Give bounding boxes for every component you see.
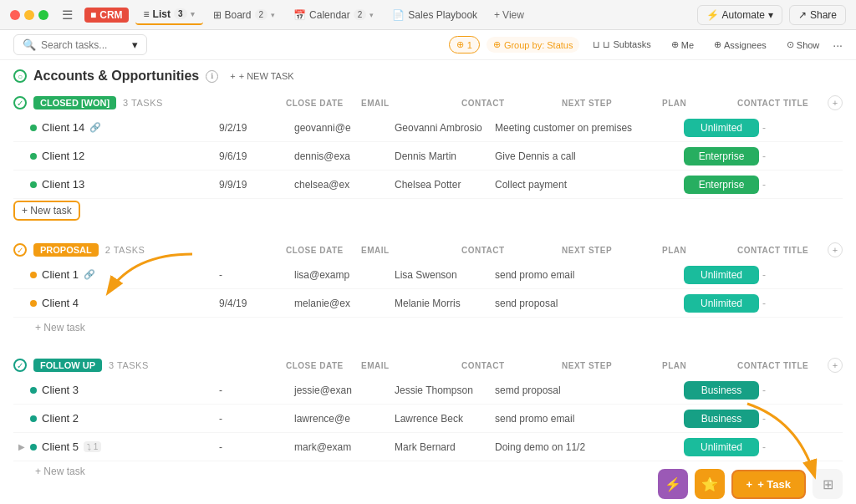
filter-chip[interactable]: ⊕ 1 [449,36,480,53]
link-icon[interactable]: 🔗 [89,122,101,133]
task-row[interactable]: Client 14🔗9/2/19geovanni@eGeovanni Ambro… [13,114,843,142]
section-toggle-icon[interactable]: ✓ [13,359,27,372]
task-status-dot [30,153,37,160]
purple-action-button[interactable]: ⚡ [658,469,688,499]
share-button[interactable]: ↗ Share [789,5,846,25]
link-icon[interactable]: 🔗 [84,269,95,280]
tab-sales-playbook-label: Sales Playbook [408,9,477,21]
plan-badge[interactable]: Unlimited [684,119,759,137]
subtasks-label: ⊔ Subtasks [603,39,650,50]
subtasks-button[interactable]: ⊔ ⊔ Subtasks [586,37,657,53]
status-badge[interactable]: FOLLOW UP [33,359,102,372]
column-header: CLOSE DATE [286,361,361,370]
task-cell: jessie@exan [291,384,391,396]
contact-title-cell: - [759,269,843,281]
task-cell: geovanni@e [291,122,391,134]
column-header: CONTACT [461,361,562,370]
task-cell: chelsea@ex [291,179,391,191]
plan-badge[interactable]: Unlimited [684,266,759,284]
plan-badge[interactable]: Enterprise [684,147,759,165]
task-cell: - [216,269,291,281]
group-by-chip[interactable]: ⊕ Group by: Status [487,37,580,53]
subtasks-icon: ⊔ [593,39,600,50]
new-task-header-button[interactable]: + + NEW TASK [225,69,298,83]
task-row[interactable]: ▶Client 5⤵ 1-mark@examMark BernardDoing … [13,433,843,461]
column-header: NEXT STEP [562,246,662,255]
add-column-button[interactable]: + [828,95,843,110]
add-column-button[interactable]: + [828,242,843,257]
column-header: CONTACT TITLE [737,246,821,255]
task-cell: Lisa Swenson [391,269,492,281]
maximize-button[interactable] [38,10,48,20]
close-button[interactable] [10,10,20,20]
grid-view-button[interactable]: ⊞ [813,469,843,499]
plan-badge[interactable]: Enterprise [684,176,759,194]
column-header: CONTACT TITLE [737,99,821,108]
expand-icon[interactable]: ▶ [13,442,30,451]
contact-title-cell: - [759,298,843,309]
crm-label: CRM [99,9,122,21]
task-cell: Melanie Morris [391,298,492,309]
me-button[interactable]: ⊕ Me [665,37,701,53]
task-row[interactable]: Client 49/4/19melanie@exMelanie Morrisse… [13,289,843,318]
chevron-down-icon: ▾ [271,11,275,19]
tab-list-label: List [153,8,171,20]
plan-badge[interactable]: Business [684,410,759,428]
column-header: NEXT STEP [562,99,662,108]
info-icon[interactable]: ℹ [206,70,218,83]
minimize-button[interactable] [24,10,34,20]
plan-badge[interactable]: Unlimited [684,294,759,313]
section-toggle-icon[interactable]: ✓ [13,96,27,109]
new-task-row[interactable]: + New task [13,318,843,338]
add-task-fab[interactable]: + + Task [731,470,806,499]
filter-icon: ⊕ [456,39,464,50]
status-badge[interactable]: CLOSED [WON] [33,96,116,109]
task-cell: send promo email [492,269,684,281]
toolbar: 🔍 ▾ ⊕ 1 ⊕ Group by: Status ⊔ ⊔ Subtasks … [0,30,856,60]
plan-badge[interactable]: Unlimited [684,438,759,456]
plan-badge[interactable]: Business [684,381,759,400]
document-icon: 📄 [392,9,405,21]
tab-calendar-badge: 2 [354,9,367,20]
tab-sales-playbook[interactable]: 📄 Sales Playbook [384,6,486,24]
task-name: Client 14 [42,121,84,134]
section-toggle-icon[interactable]: ✓ [13,243,27,257]
contact-title-cell: - [759,384,843,396]
more-options-button[interactable]: ··· [833,38,843,52]
task-row[interactable]: Client 3-jessie@exanJessie Thompsonsemd … [13,376,843,405]
chevron-down-icon: ▾ [132,38,138,51]
show-button[interactable]: ⊙ Show [780,37,827,53]
tab-calendar[interactable]: 📅 Calendar 2 ▾ [285,6,382,24]
task-cell: Collect payment [492,179,684,191]
task-status-dot [30,272,37,278]
search-input[interactable] [41,39,127,51]
column-header: PLAN [662,99,737,108]
task-name: Client 13 [42,178,84,191]
column-header: CLOSE DATE [286,99,361,108]
section-header: ✓CLOSED [WON]3 TASKSCLOSE DATEEMAILCONTA… [13,89,843,114]
task-name: Client 1 [42,268,79,281]
search-icon: 🔍 [23,38,36,51]
automate-button[interactable]: ⚡ Automate ▾ [697,5,782,25]
assignees-button[interactable]: ⊕ Assignees [707,37,773,53]
task-status-dot [30,181,37,188]
new-task-row[interactable]: + New task [13,201,80,221]
task-row[interactable]: Client 139/9/19chelsea@exChelsea PotterC… [13,171,843,199]
add-view-button[interactable]: + View [487,6,531,24]
task-cell: mark@exam [291,441,391,453]
orange-action-button[interactable]: ⭐ [695,469,725,499]
tab-list[interactable]: ≡ List 3 ▾ [135,5,203,25]
status-badge[interactable]: PROPOSAL [33,243,99,257]
task-row[interactable]: Client 129/6/19dennis@exaDennis MartinGi… [13,142,843,171]
section-circle-icon: ○ [13,69,27,83]
hamburger-icon[interactable]: ☰ [62,8,73,23]
task-row[interactable]: Client 1🔗-lisa@exampLisa Swensonsend pro… [13,261,843,289]
task-cell: lisa@examp [291,269,391,281]
add-column-button[interactable]: + [828,358,843,373]
task-row[interactable]: Client 2-lawrence@eLawrence Becksend pro… [13,405,843,433]
tab-board[interactable]: ⊞ Board 2 ▾ [205,6,284,24]
column-header: CLOSE DATE [286,246,361,255]
search-box[interactable]: 🔍 ▾ [13,34,147,55]
board-icon: ⊞ [213,9,222,21]
page-title: Accounts & Opportunities [33,69,199,84]
